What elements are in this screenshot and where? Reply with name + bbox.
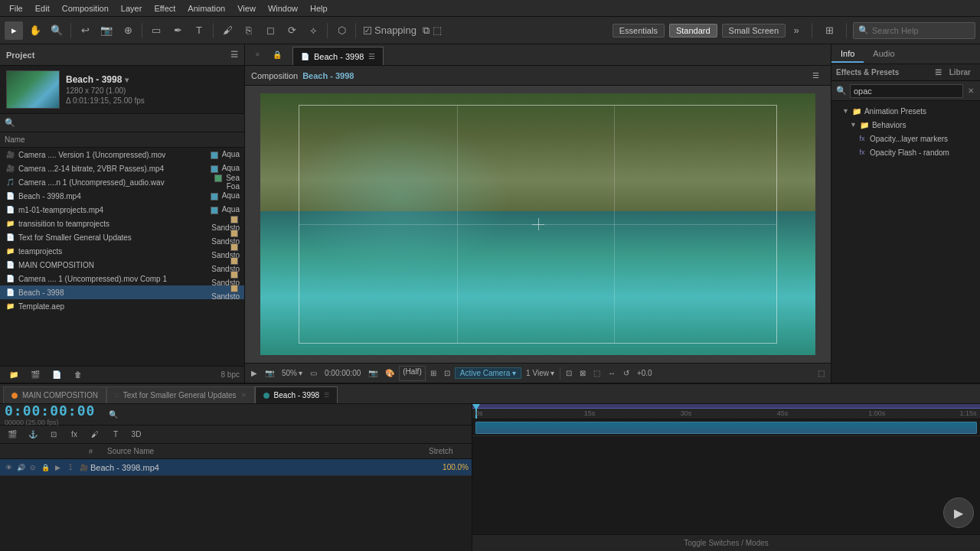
- menu-layer[interactable]: Layer: [115, 2, 149, 15]
- snap-options-button[interactable]: ⧉: [423, 21, 430, 40]
- file-list-item[interactable]: 🎵 Camera ....n 1 (Uncompressed)_audio.wa…: [0, 175, 244, 189]
- tl-effect-button[interactable]: fx: [65, 425, 83, 444]
- layer-solo-button[interactable]: ⊙: [28, 462, 38, 473]
- file-list-item[interactable]: 🎥 Camera .... Version 1 (Uncompressed).m…: [0, 148, 244, 161]
- tl-tab-text[interactable]: □ Text for Smaller General Updates ✕: [106, 386, 255, 403]
- library-tab[interactable]: Librar: [945, 68, 975, 77]
- brush-tool-button[interactable]: 🖌: [218, 21, 237, 40]
- project-search-bar[interactable]: 🔍: [0, 114, 244, 132]
- viewer-zoom-value-button[interactable]: +0.0: [634, 366, 655, 381]
- undo-button[interactable]: ↩: [76, 21, 94, 40]
- roto-tool-button[interactable]: ⟳: [283, 21, 301, 40]
- search-help-input[interactable]: [872, 26, 972, 35]
- workspace-essentials[interactable]: Essentials: [612, 24, 665, 37]
- fx-search-input[interactable]: [850, 84, 963, 98]
- preset-item-2[interactable]: fx Opacity Flash - random: [831, 145, 980, 159]
- viewer-timecode-button[interactable]: 0:00:00:00: [322, 366, 364, 381]
- viewer-preview-button[interactable]: ▶: [248, 366, 260, 381]
- menu-file[interactable]: File: [3, 2, 29, 15]
- effects-search[interactable]: 🔍 ✕: [831, 81, 980, 101]
- hand-tool-button[interactable]: ✋: [26, 21, 44, 40]
- viewer-frame-button[interactable]: ▭: [307, 366, 320, 381]
- viewer-3d-button[interactable]: ⬚: [590, 366, 603, 381]
- comp-settings-button[interactable]: ☰: [806, 67, 825, 85]
- pen-tool-button[interactable]: ✒: [168, 21, 187, 40]
- menu-composition[interactable]: Composition: [56, 2, 115, 15]
- layout-button[interactable]: ⊞: [818, 21, 840, 40]
- layer-row-1[interactable]: 👁 🔊 ⊙ 🔒 ▶ 1 🎥 Beach - 3998.mp4 100.0%: [0, 459, 472, 476]
- comp-lock-button[interactable]: 🔒: [268, 45, 286, 64]
- menu-view[interactable]: View: [231, 2, 262, 15]
- viewer-rulers-button[interactable]: ↔: [605, 366, 619, 381]
- layer-lock-button[interactable]: 🔒: [40, 462, 51, 473]
- viewer-options-button[interactable]: ⬚: [815, 366, 828, 381]
- eraser-tool-button[interactable]: ◻: [261, 21, 279, 40]
- viewer-safe-button[interactable]: ⊠: [577, 366, 589, 381]
- comp-close-button[interactable]: ✕: [248, 45, 266, 64]
- tl-3d-button[interactable]: 3D: [127, 425, 145, 444]
- tl-tab-text-close[interactable]: ✕: [241, 392, 247, 399]
- viewer-camera-button[interactable]: 📷: [262, 366, 277, 381]
- tl-tab-beach-settings[interactable]: ☰: [324, 392, 329, 399]
- menu-window[interactable]: Window: [262, 2, 304, 15]
- file-list-item[interactable]: 📁 Template.aep: [0, 299, 244, 313]
- tab-audio[interactable]: Audio: [864, 46, 903, 63]
- tl-text-button[interactable]: T: [106, 425, 125, 444]
- layer-audio-button[interactable]: 🔊: [15, 462, 26, 473]
- file-list-item[interactable]: 📄 Beach - 3998.mp4 Aqua: [0, 189, 244, 203]
- active-camera-badge[interactable]: Active Camera ▾: [455, 367, 521, 379]
- search-help-bar[interactable]: 🔍: [853, 22, 975, 39]
- new-comp-button[interactable]: 🎬: [26, 366, 44, 384]
- rect-tool-button[interactable]: ▭: [147, 21, 165, 40]
- zoom-tool-button[interactable]: 🔍: [47, 21, 66, 40]
- viewer-reset-button[interactable]: ↺: [620, 366, 632, 381]
- timeline-clip-1[interactable]: [475, 422, 977, 434]
- delete-button[interactable]: 🗑: [69, 366, 87, 384]
- viewer-views-button[interactable]: 1 View ▾: [523, 366, 557, 381]
- viewer-colormode-dropdown[interactable]: (Half): [399, 366, 425, 381]
- viewer-grid-button[interactable]: ⊞: [427, 366, 439, 381]
- workspace-options-button[interactable]: »: [787, 21, 805, 40]
- menu-help[interactable]: Help: [304, 2, 334, 15]
- new-item-button[interactable]: 📄: [47, 366, 66, 384]
- viewer-resolution-button[interactable]: 50%▾: [279, 366, 305, 381]
- region-button[interactable]: ⊕: [119, 21, 137, 40]
- viewer-snapshot-button[interactable]: 📷: [365, 366, 381, 381]
- preset-item-1[interactable]: fx Opacity...layer markers: [831, 132, 980, 145]
- workspace-small-screen[interactable]: Small Screen: [722, 24, 786, 37]
- tl-paint-button[interactable]: 🖌: [86, 425, 104, 444]
- animation-presets-folder[interactable]: ▼ 📁 Animation Presets: [831, 104, 980, 118]
- comp-tab-beach[interactable]: 📄 Beach - 3998 ☰: [292, 47, 384, 65]
- layer-expand-button[interactable]: ▶: [52, 462, 63, 473]
- behaviors-folder[interactable]: ▼ 📁 Behaviors: [831, 118, 980, 132]
- tl-mask-button[interactable]: ⊡: [44, 425, 63, 444]
- play-button[interactable]: ▶: [943, 497, 974, 528]
- tl-tab-main-comp[interactable]: MAIN COMPOSITION: [3, 386, 106, 403]
- tl-new-comp-button[interactable]: 🎬: [3, 425, 21, 444]
- layer-visibility-button[interactable]: 👁: [3, 462, 14, 473]
- viewer-region-button[interactable]: ⊡: [441, 366, 453, 381]
- comp-tab-close[interactable]: ☰: [368, 52, 375, 60]
- tab-info[interactable]: Info: [831, 46, 864, 63]
- tl-anchor-button[interactable]: ⚓: [24, 425, 42, 444]
- workspace-standard[interactable]: Standard: [669, 24, 717, 37]
- tl-tab-beach[interactable]: Beach - 3998 ☰: [255, 386, 338, 403]
- new-folder-button[interactable]: 📁: [5, 366, 23, 384]
- menu-edit[interactable]: Edit: [29, 2, 56, 15]
- text-tool-button[interactable]: T: [190, 21, 208, 40]
- file-list-item[interactable]: 📄 Beach - 3998 Sandsto: [0, 285, 244, 299]
- shape-tool-button[interactable]: ⬡: [332, 21, 351, 40]
- viewer-color-button[interactable]: 🎨: [382, 366, 397, 381]
- snap-checkbox[interactable]: ✓ Snapping: [361, 21, 420, 40]
- puppet-tool-button[interactable]: ⟡: [304, 21, 322, 40]
- menu-animation[interactable]: Animation: [181, 2, 231, 15]
- viewer-fit-button[interactable]: ⊡: [563, 366, 575, 381]
- camera-button[interactable]: 📷: [97, 21, 116, 40]
- select-tool-button[interactable]: ▸: [5, 21, 23, 40]
- fx-search-clear-button[interactable]: ✕: [966, 82, 975, 100]
- menu-effect[interactable]: Effect: [148, 2, 181, 15]
- clone-tool-button[interactable]: ⎘: [240, 21, 258, 40]
- snap-all-button[interactable]: ⬚: [433, 21, 442, 40]
- project-search-input[interactable]: [18, 119, 240, 128]
- timeline-search-button[interactable]: 🔍: [104, 406, 122, 424]
